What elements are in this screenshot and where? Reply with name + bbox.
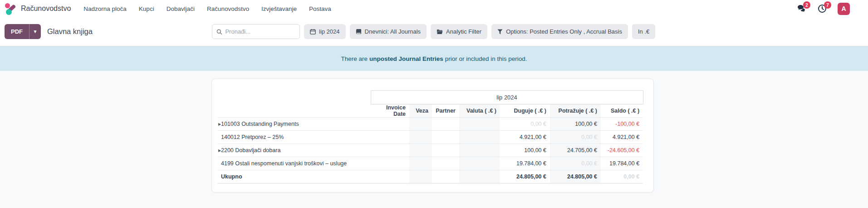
search-icon (216, 29, 222, 35)
journal-icon (356, 29, 362, 35)
credit-value: 100,00 € (550, 118, 601, 131)
menu-item-vendors[interactable]: Dobavljači (167, 5, 195, 12)
total-label: Ukupno (221, 173, 242, 180)
activities-badge: 7 (824, 1, 831, 9)
column-header-row: Invoice Date Veza Partner Valuta ( .€ ) … (217, 104, 643, 118)
account-row[interactable]: ▶101003 Outstanding Payments 0,00 € 100,… (217, 118, 643, 131)
col-invoice-date: Invoice Date (371, 104, 409, 118)
journals-filter-button[interactable]: Dnevnici: All Journals (350, 24, 427, 39)
banner-text-prefix: There are (341, 55, 368, 62)
col-valuta: Valuta ( .€ ) (459, 104, 500, 118)
debit-value: 19.784,00 € (500, 157, 550, 170)
journals-filter-label: Dnevnici: All Journals (365, 28, 421, 35)
messages-icon[interactable]: 2 (796, 3, 807, 14)
analytic-filter-label: Analytic Filter (446, 28, 481, 35)
top-navbar: Računovodstvo Nadzorna ploča Kupci Dobav… (0, 0, 868, 17)
messages-badge: 2 (803, 1, 810, 9)
search-input[interactable] (225, 28, 295, 35)
report-toolbar: PDF ▼ Glavna knjiga lip 2024 Dnevnici: A… (0, 17, 868, 46)
debit-value: 0,00 € (500, 118, 550, 131)
menu-item-settings[interactable]: Postava (309, 5, 331, 12)
col-duguje: Duguje ( .€ ) (500, 104, 550, 118)
account-name[interactable]: 2200 Dobavljači dobara (221, 147, 280, 154)
menu-item-customers[interactable]: Kupci (139, 5, 154, 12)
account-row[interactable]: ▶2200 Dobavljači dobara 100,00 € 24.705,… (217, 144, 643, 157)
date-filter-button[interactable]: lip 2024 (304, 24, 346, 39)
page-title: Glavna knjiga (47, 27, 93, 36)
menu-item-accounting[interactable]: Računovodstvo (207, 5, 249, 12)
debit-value: 100,00 € (500, 144, 550, 157)
total-debit: 24.805,00 € (500, 170, 550, 183)
account-row[interactable]: 140012 Pretporez – 25% 4.921,00 € 0,00 €… (217, 131, 643, 144)
unposted-entries-banner: There are unposted Journal Entries prior… (0, 46, 868, 71)
funnel-icon (497, 29, 503, 35)
debit-value: 4.921,00 € (500, 131, 550, 144)
expand-caret-icon[interactable]: ▶ (218, 149, 221, 153)
filter-chips: lip 2024 Dnevnici: All Journals Analytic… (304, 24, 655, 39)
folder-icon (436, 29, 443, 35)
navbar-systray: 2 7 A (796, 3, 861, 15)
user-avatar[interactable]: A (838, 3, 850, 15)
currency-filter-button[interactable]: In .€ (632, 24, 655, 39)
pdf-split-button: PDF ▼ (5, 24, 41, 39)
app-name[interactable]: Računovodstvo (21, 5, 71, 13)
period-header: lip 2024 (371, 91, 643, 104)
credit-value: 0,00 € (550, 157, 601, 170)
account-name[interactable]: 140012 Pretporez – 25% (221, 134, 284, 140)
menu-item-reporting[interactable]: Izvještavanje (261, 5, 297, 12)
banner-text-suffix: prior or included in this period. (445, 55, 527, 62)
credit-value: 24.705,00 € (550, 144, 601, 157)
total-row: Ukupno 24.805,00 € 24.805,00 € 0,00 € (217, 170, 643, 183)
banner-text-bold[interactable]: unposted Journal Entries (369, 55, 443, 62)
date-filter-label: lip 2024 (319, 28, 340, 35)
col-saldo: Saldo ( .€ ) (601, 104, 643, 118)
calendar-icon (310, 29, 316, 35)
options-filter-button[interactable]: Options: Posted Entries Only , Accrual B… (491, 24, 628, 39)
pdf-dropdown-button[interactable]: ▼ (29, 24, 41, 39)
col-potrazuje: Potražuje ( .€ ) (550, 104, 601, 118)
main-menu: Nadzorna ploča Kupci Dobavljači Računovo… (83, 5, 331, 12)
balance-value: -100,00 € (601, 118, 643, 131)
total-balance: 0,00 € (601, 170, 643, 183)
app-logo-icon[interactable] (5, 3, 17, 15)
account-row[interactable]: 4199 Ostali nespomenuti vanjski troškovi… (217, 157, 643, 170)
balance-value: 19.784,00 € (601, 157, 643, 170)
search-box[interactable] (212, 24, 300, 39)
col-veza: Veza (409, 104, 432, 118)
activities-icon[interactable]: 7 (817, 3, 828, 14)
general-ledger-card: lip 2024 Invoice Date Veza Partner Valut… (211, 79, 654, 193)
analytic-filter-button[interactable]: Analytic Filter (431, 24, 487, 39)
balance-value: 4.921,00 € (601, 131, 643, 144)
account-name[interactable]: 101003 Outstanding Payments (221, 121, 299, 127)
currency-filter-label: In .€ (638, 28, 649, 35)
col-partner: Partner (432, 104, 459, 118)
account-name[interactable]: 4199 Ostali nespomenuti vanjski troškovi… (221, 160, 347, 167)
expand-caret-icon[interactable]: ▶ (218, 122, 221, 126)
general-ledger-table: lip 2024 Invoice Date Veza Partner Valut… (217, 90, 643, 183)
total-credit: 24.805,00 € (550, 170, 601, 183)
credit-value: 0,00 € (550, 131, 601, 144)
pdf-button[interactable]: PDF (5, 24, 29, 39)
balance-value: -24.605,00 € (601, 144, 643, 157)
options-filter-label: Options: Posted Entries Only , Accrual B… (506, 28, 622, 35)
menu-item-dashboard[interactable]: Nadzorna ploča (83, 5, 127, 12)
period-header-row: lip 2024 (217, 91, 643, 104)
